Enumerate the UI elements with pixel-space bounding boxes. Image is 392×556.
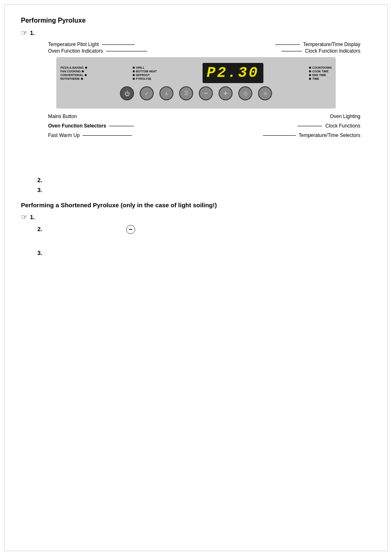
indicator-pyrolyse: PYROLYSE — [133, 77, 151, 80]
oven-diagram: Temperature Pilot Light Temperature/Time… — [23, 42, 369, 140]
section2-step-ref-1: ☞ 1. — [21, 213, 371, 222]
section2-step-3: 3. — [37, 250, 371, 256]
label-oven-function-indicators: Oven Function Indicators — [48, 48, 147, 54]
bottom-right-labels: Oven Lighting Clock Functions Temperatur… — [263, 112, 360, 140]
indicator-countdown: COUNTDOWN — [309, 66, 332, 69]
section2-step-2: 2. − — [37, 225, 371, 234]
label-oven-lighting: Oven Lighting — [263, 112, 360, 121]
indicator-time: TIME — [309, 77, 332, 80]
controls-row: ⏻ ✓ ∧ ☰ − + ⊙ — [60, 86, 332, 100]
left-indicators: PIZZA & BAKING FAN COOKING CONVENTIONAL … — [60, 66, 87, 80]
btn-minus[interactable]: − — [199, 86, 213, 100]
right-indicators: COUNTDOWN COOK TIME END TIME TIME — [309, 66, 332, 80]
oven-panel: PIZZA & BAKING FAN COOKING CONVENTIONAL … — [56, 57, 336, 109]
page: Performing Pyroluxe ☞ 1. Temperature Pil… — [4, 4, 388, 551]
middle-indicators: GRILL BOTTOM HEAT DEFROST PYROLYSE — [133, 66, 157, 80]
minus-icon: − — [126, 225, 135, 234]
bottom-labels: Mains Button Oven Function Selectors Fas… — [23, 112, 369, 140]
label-fast-warm-up: Fast Warm Up — [48, 131, 134, 140]
bottom-left-labels: Mains Button Oven Function Selectors Fas… — [48, 112, 134, 140]
page-title: Performing Pyroluxe — [21, 17, 371, 24]
label-temperature-pilot: Temperature Pilot Light — [48, 42, 135, 47]
indicator-fan-cooking: FAN COOKING — [60, 70, 87, 73]
indicator-cook-time: COOK TIME — [309, 70, 332, 73]
indicator-grill: GRILL — [133, 66, 145, 69]
step-ref-1: ☞ 1. — [21, 28, 371, 37]
btn-plus[interactable]: + — [219, 86, 233, 100]
step-3: 3. — [37, 187, 371, 193]
section2-title: Performing a Shortened Pyroluxe (only in… — [21, 202, 217, 208]
indicator-bottom-heat: BOTTOM HEAT — [133, 70, 157, 73]
btn-light[interactable]: ✳ — [258, 86, 272, 100]
indicator-conventional: CONVENTIONAL — [60, 74, 87, 76]
btn-clock[interactable]: ⊙ — [238, 86, 252, 100]
book-icon-1: ☞ — [21, 28, 28, 37]
step-number-1: 1. — [30, 30, 35, 36]
section2-title-wrap: Performing a Shortened Pyroluxe (only in… — [21, 202, 371, 208]
label-temp-time-selectors: Temperature/Time Selectors — [263, 131, 360, 140]
indicator-rothitherm: ROTHITHERM — [60, 77, 87, 80]
indicator-end-time: END TIME — [309, 74, 332, 76]
btn-power[interactable]: ⏻ — [120, 86, 134, 100]
label-temp-time-display: Temperature/Time Display — [275, 42, 360, 47]
indicator-pizza-baking: PIZZA & BAKING — [60, 66, 87, 69]
label-mains-button: Mains Button — [48, 112, 134, 121]
oven-display: P2.30 — [203, 63, 263, 83]
btn-up[interactable]: ∧ — [159, 86, 173, 100]
step-2: 2. — [37, 177, 371, 183]
btn-check[interactable]: ✓ — [140, 86, 154, 100]
btn-menu[interactable]: ☰ — [179, 86, 193, 100]
minus-circle-symbol: − — [126, 226, 135, 232]
label-oven-function-selectors: Oven Function Selectors — [48, 121, 134, 131]
section2-step-number-1: 1. — [30, 214, 35, 220]
book-icon-2: ☞ — [21, 213, 28, 222]
label-clock-functions: Clock Functions — [263, 121, 360, 131]
label-clock-function-indicators: Clock Function Indicators — [281, 48, 360, 54]
indicator-defrost: DEFROST — [133, 74, 150, 76]
